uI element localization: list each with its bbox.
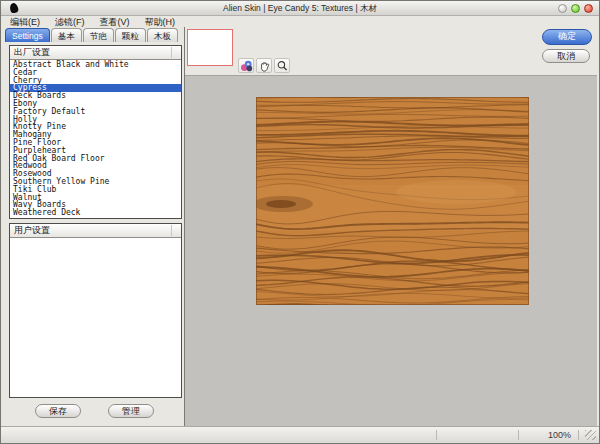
save-button[interactable]: 保存 bbox=[35, 404, 81, 418]
menu-item[interactable]: 查看(V) bbox=[100, 16, 130, 29]
tab-木板[interactable]: 木板 bbox=[147, 28, 178, 42]
dialog-buttons: 确定 取消 bbox=[542, 29, 592, 63]
settings-panel: Settings基本节疤颗粒木板 出厂设置 Abstract Black and… bbox=[5, 28, 184, 425]
menu-item[interactable]: 帮助(H) bbox=[145, 16, 176, 29]
cancel-button[interactable]: 取消 bbox=[542, 49, 590, 63]
plugin-window: Alien Skin | Eye Candy 5: Textures | 木材 … bbox=[0, 0, 600, 444]
statusbar-separator bbox=[518, 430, 519, 440]
menu-item[interactable]: 滤镜(F) bbox=[55, 16, 85, 29]
statusbar-separator bbox=[436, 430, 437, 440]
minimize-button[interactable] bbox=[558, 4, 567, 13]
resize-grip[interactable] bbox=[585, 430, 596, 440]
manage-button[interactable]: 管理 bbox=[108, 404, 154, 418]
color-sample-icon[interactable] bbox=[238, 58, 254, 73]
factory-presets-box: 出厂设置 Abstract Black and WhiteCedarCherry… bbox=[9, 45, 182, 219]
tab-settings[interactable]: Settings bbox=[5, 28, 50, 42]
status-bar: 100% bbox=[1, 426, 599, 443]
user-presets-header: 用户设置 bbox=[10, 224, 181, 238]
hand-tool-icon[interactable] bbox=[256, 58, 272, 73]
factory-presets-header: 出厂设置 bbox=[10, 46, 181, 60]
user-preset-list[interactable] bbox=[10, 238, 181, 398]
tab-颗粒[interactable]: 颗粒 bbox=[115, 28, 146, 42]
zoom-tool-icon[interactable] bbox=[274, 58, 290, 73]
window-title: Alien Skin | Eye Candy 5: Textures | 木材 bbox=[1, 3, 599, 15]
preset-actions: 保存 管理 bbox=[5, 404, 184, 418]
factory-preset-list[interactable]: Abstract Black and WhiteCedarCherryCypre… bbox=[10, 60, 181, 219]
menu-item[interactable]: 编辑(E) bbox=[10, 16, 40, 29]
preview-toolbar bbox=[238, 58, 290, 73]
preset-item[interactable]: Weathered Deck bbox=[10, 209, 181, 217]
statusbar-separator bbox=[578, 430, 579, 440]
window-controls bbox=[558, 4, 593, 13]
navigation-thumbnail[interactable] bbox=[187, 29, 233, 66]
close-button[interactable] bbox=[584, 4, 593, 13]
zoom-level-control[interactable]: 100% bbox=[548, 430, 571, 440]
preview-canvas[interactable] bbox=[185, 75, 597, 427]
preview-pane: 确定 取消 bbox=[184, 27, 597, 427]
wood-texture-preview[interactable] bbox=[256, 97, 529, 305]
tab-strip: Settings基本节疤颗粒木板 bbox=[5, 28, 184, 42]
user-presets-box: 用户设置 bbox=[9, 223, 182, 398]
tab-基本[interactable]: 基本 bbox=[51, 28, 82, 42]
tab-节疤[interactable]: 节疤 bbox=[83, 28, 114, 42]
title-bar: Alien Skin | Eye Candy 5: Textures | 木材 bbox=[1, 1, 599, 16]
maximize-button[interactable] bbox=[571, 4, 580, 13]
ok-button[interactable]: 确定 bbox=[542, 29, 592, 45]
